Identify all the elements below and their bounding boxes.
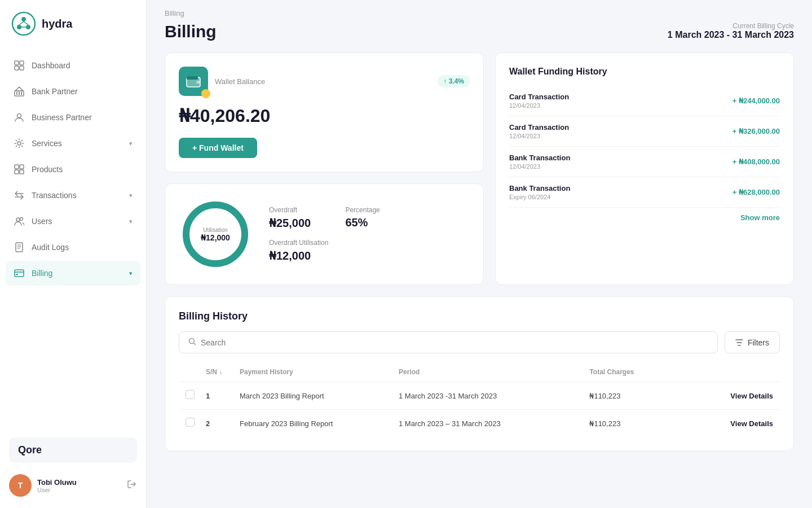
content-area: Wallet Ballance ↑ 3.4% ₦40,206.20 + Fund… (147, 52, 812, 469)
wallet-header: Wallet Ballance ↑ 3.4% (179, 67, 470, 96)
filter-label: Filters (748, 338, 769, 347)
funding-type: Bank Transaction (509, 154, 570, 162)
svg-point-1 (21, 17, 26, 21)
row-action: View Details (717, 418, 773, 428)
svg-rect-20 (20, 170, 24, 174)
sidebar-item-label: Billing (32, 269, 52, 278)
funding-type: Card Transaction (509, 93, 569, 101)
chevron-down-icon: ▾ (129, 270, 133, 277)
svg-point-16 (17, 142, 21, 145)
table-row: 1 March 2023 Billing Report 1 March 2023… (179, 382, 780, 410)
sidebar-item-transactions[interactable]: Transactions ▾ (6, 183, 140, 208)
funding-row-1: Card Transaction 12/04/2023 + ₦326,000.0… (509, 116, 780, 147)
sidebar-item-business-partner[interactable]: Business Partner (6, 105, 140, 130)
svg-rect-31 (187, 76, 198, 80)
business-icon (14, 112, 25, 123)
filters-button[interactable]: Filters (725, 331, 780, 353)
wallet-icon-wrap: Wallet Ballance (179, 67, 265, 96)
show-more: Show more (509, 208, 780, 222)
utilisation-card: Utilisation ₦12,000 Overdraft ₦25,000 Ov… (165, 183, 484, 285)
view-details-button[interactable]: View Details (730, 392, 773, 400)
wallet-amount: ₦40,206.20 (179, 105, 470, 126)
svg-rect-9 (15, 66, 19, 70)
svg-rect-23 (16, 243, 23, 252)
percentage-item: Percentage 65% (345, 206, 379, 262)
billing-history-section: Billing History Filters S (165, 296, 794, 451)
sidebar-item-billing[interactable]: Billing ▾ (6, 261, 140, 286)
donut-chart: Utilisation ₦12,000 (179, 198, 252, 271)
user-role: User (37, 487, 77, 493)
sidebar-item-bank-partner[interactable]: Bank Partner (6, 79, 140, 104)
percentage-label: Percentage (345, 206, 379, 214)
sidebar-item-services[interactable]: Services ▾ (6, 131, 140, 156)
sidebar-item-label: Dashboard (32, 61, 70, 70)
sidebar: hydra Dashboard Bank Partner (0, 0, 147, 508)
donut-sublabel: Utilisation (201, 227, 230, 233)
svg-point-22 (20, 218, 23, 221)
chevron-down-icon: ▾ (129, 218, 133, 225)
row-period: 1 March 2023 -31 March 2023 (399, 392, 589, 400)
cycle-value: 1 March 2023 - 31 March 2023 (668, 30, 794, 40)
wallet-card: Wallet Ballance ↑ 3.4% ₦40,206.20 + Fund… (165, 52, 484, 172)
overdraft-util-label: Overdraft Utilisation (269, 239, 328, 247)
row-sn: 1 (206, 392, 240, 400)
bank-icon (14, 86, 25, 97)
sidebar-item-label: Business Partner (32, 113, 92, 122)
row-checkbox (186, 390, 206, 401)
funding-history-card: Wallet Funding History Card Transaction … (495, 52, 794, 285)
funding-row-2: Bank Transaction 12/04/2023 + ₦408,000.0… (509, 147, 780, 177)
dashboard-icon (14, 60, 25, 71)
svg-rect-12 (16, 92, 17, 95)
row-payment: March 2023 Billing Report (240, 392, 399, 400)
sort-arrow: ↓ (219, 369, 222, 375)
top-row: Wallet Ballance ↑ 3.4% ₦40,206.20 + Fund… (165, 52, 794, 285)
show-more-link[interactable]: Show more (740, 213, 780, 222)
wallet-icon (179, 67, 208, 96)
svg-point-35 (189, 339, 195, 344)
svg-point-0 (12, 12, 35, 35)
cycle-label: Current Billing Cycle (668, 22, 794, 30)
donut-value: ₦12,000 (201, 233, 230, 242)
search-box (179, 331, 718, 353)
svg-rect-17 (15, 165, 19, 169)
funding-amount: + ₦628,000.00 (732, 188, 780, 196)
row-charges: ₦110,223 (589, 392, 717, 400)
products-icon (14, 164, 25, 175)
row-checkbox (186, 418, 206, 429)
main-content: Billing Billing Current Billing Cycle 1 … (147, 0, 812, 508)
svg-rect-7 (15, 61, 19, 65)
sidebar-item-products[interactable]: Products (6, 157, 140, 182)
svg-rect-27 (15, 270, 24, 277)
percentage-value: 65% (345, 216, 379, 229)
col-sn-header: S/N ↓ (206, 368, 240, 376)
util-details: Overdraft ₦25,000 Overdraft Utilisation … (269, 206, 380, 262)
sidebar-footer: Qore T Tobi Oluwu User (0, 428, 146, 508)
overdraft-label: Overdraft (269, 206, 328, 214)
page-header: Billing Current Billing Cycle 1 March 20… (147, 17, 812, 52)
sidebar-item-users[interactable]: Users ▾ (6, 209, 140, 234)
sidebar-item-dashboard[interactable]: Dashboard (6, 53, 140, 78)
sidebar-item-audit-logs[interactable]: Audit Logs (6, 235, 140, 260)
svg-line-4 (19, 21, 24, 25)
col-charges-header: Total Charges (589, 368, 717, 376)
sidebar-item-label: Transactions (32, 191, 77, 200)
row-payment: February 2023 Billing Report (240, 419, 399, 428)
funding-type: Bank Transaction (509, 184, 570, 192)
svg-rect-32 (196, 81, 200, 84)
checkbox[interactable] (186, 390, 195, 399)
funding-row-3: Bank Transaction Expiry 06/2024 + ₦628,0… (509, 177, 780, 208)
funding-row-0: Card Transaction 12/04/2023 + ₦244,000.0… (509, 86, 780, 116)
wallet-badge: ↑ 3.4% (438, 75, 470, 87)
wallet-label: Wallet Ballance (215, 77, 265, 86)
svg-rect-8 (20, 61, 24, 65)
user-row: T Tobi Oluwu User (9, 472, 137, 499)
row-period: 1 March 2023 – 31 March 2023 (399, 419, 589, 428)
search-input[interactable] (201, 338, 708, 347)
fund-wallet-button[interactable]: + Fund Wallet (179, 138, 257, 158)
checkbox[interactable] (186, 418, 195, 427)
row-charges: ₦110,223 (589, 419, 717, 428)
overdraft-value: ₦25,000 (269, 216, 328, 230)
view-details-button[interactable]: View Details (730, 419, 773, 428)
logout-icon[interactable] (127, 479, 137, 492)
overdraft-item: Overdraft ₦25,000 Overdraft Utilisation … (269, 206, 328, 262)
